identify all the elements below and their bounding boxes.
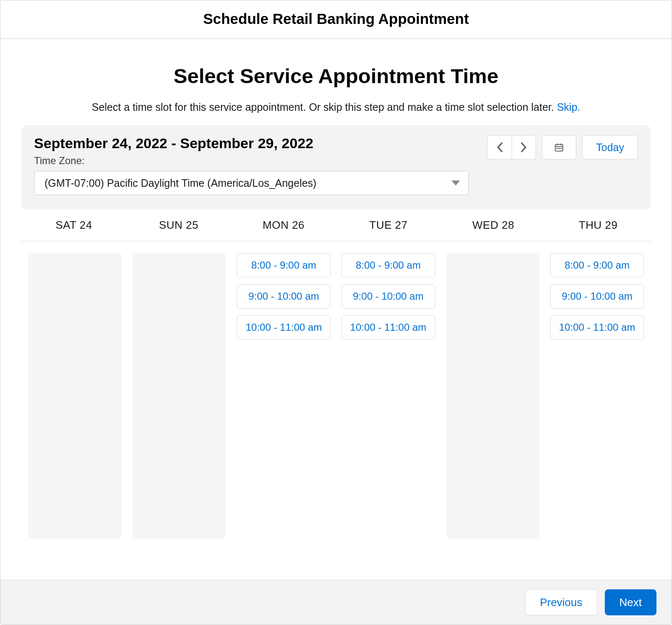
next-button[interactable]: Next <box>605 589 656 615</box>
chevron-left-icon <box>496 141 504 153</box>
content-scroll-area[interactable]: Select Service Appointment Time Select a… <box>0 39 672 580</box>
day-header-row: SAT 24SUN 25MON 26TUE 27WED 28THU 29 <box>21 209 651 241</box>
day-column: 8:00 - 9:00 am9:00 - 10:00 am10:00 - 11:… <box>550 253 644 539</box>
day-header: THU 29 <box>546 219 651 232</box>
next-week-button[interactable] <box>512 135 536 160</box>
time-slot-button[interactable]: 8:00 - 9:00 am <box>341 253 435 277</box>
date-range-label: September 24, 2022 - September 29, 2022 <box>34 135 469 152</box>
day-header: SAT 24 <box>21 219 126 232</box>
time-slots-grid: 8:00 - 9:00 am9:00 - 10:00 am10:00 - 11:… <box>21 241 651 550</box>
calendar-picker-button[interactable] <box>542 135 576 160</box>
time-slot-button[interactable]: 9:00 - 10:00 am <box>341 284 435 309</box>
time-slot-button[interactable]: 8:00 - 9:00 am <box>550 253 644 277</box>
day-column <box>446 253 540 539</box>
time-slot-button[interactable]: 10:00 - 11:00 am <box>341 315 435 340</box>
day-header: MON 26 <box>231 219 336 232</box>
footer-bar: Previous Next <box>0 580 672 625</box>
time-slot-button[interactable]: 10:00 - 11:00 am <box>550 315 644 340</box>
page-title: Schedule Retail Banking Appointment <box>0 10 672 27</box>
previous-button[interactable]: Previous <box>525 589 597 615</box>
time-slot-button[interactable]: 10:00 - 11:00 am <box>237 315 331 340</box>
section-heading: Select Service Appointment Time <box>21 64 651 88</box>
timezone-label: Time Zone: <box>34 155 469 167</box>
modal-header: Schedule Retail Banking Appointment <box>0 0 672 39</box>
time-slot-button[interactable]: 9:00 - 10:00 am <box>550 284 644 309</box>
prev-week-button[interactable] <box>487 135 512 160</box>
day-header: WED 28 <box>441 219 546 232</box>
chevron-right-icon <box>520 141 528 153</box>
date-toolbar: September 24, 2022 - September 29, 2022 … <box>21 125 651 209</box>
day-column: 8:00 - 9:00 am9:00 - 10:00 am10:00 - 11:… <box>237 253 331 539</box>
day-header: SUN 25 <box>126 219 231 232</box>
svg-rect-4 <box>556 148 558 149</box>
calendar-icon <box>554 142 564 152</box>
day-column: 8:00 - 9:00 am9:00 - 10:00 am10:00 - 11:… <box>341 253 435 539</box>
time-slot-button[interactable]: 8:00 - 9:00 am <box>237 253 331 277</box>
chevron-down-icon <box>452 180 460 186</box>
skip-link[interactable]: Skip. <box>557 101 580 113</box>
timezone-select[interactable]: (GMT-07:00) Pacific Daylight Time (Ameri… <box>34 171 469 195</box>
svg-rect-5 <box>559 148 560 149</box>
day-column <box>133 253 226 539</box>
svg-rect-6 <box>561 148 562 149</box>
time-slot-button[interactable]: 9:00 - 10:00 am <box>237 284 331 309</box>
day-header: TUE 27 <box>336 219 441 232</box>
timezone-value: (GMT-07:00) Pacific Daylight Time (Ameri… <box>45 177 316 189</box>
day-column <box>28 253 122 539</box>
section-subtitle: Select a time slot for this service appo… <box>21 101 651 113</box>
today-button[interactable]: Today <box>582 135 638 160</box>
